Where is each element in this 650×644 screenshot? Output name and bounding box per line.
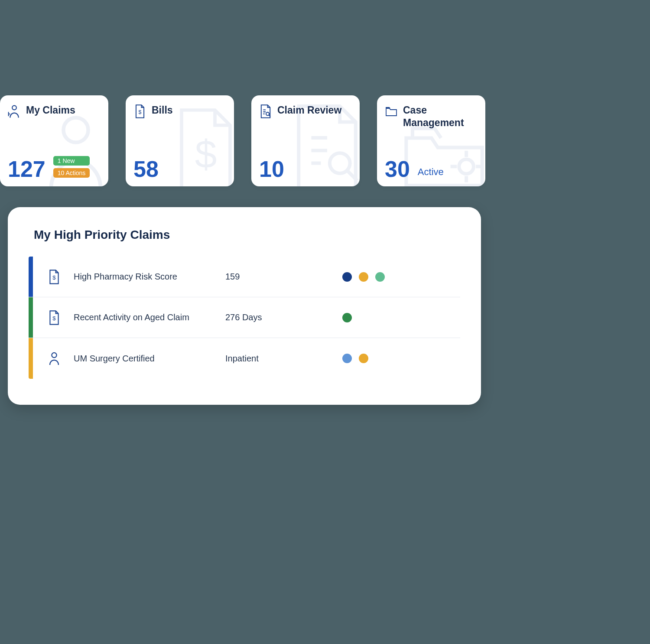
status-dot <box>342 354 352 363</box>
person-icon <box>8 104 21 119</box>
row-title: High Pharmacy Risk Score <box>74 272 225 282</box>
bill-icon: $ <box>48 269 61 285</box>
badge-actions: 10 Actions <box>53 168 90 178</box>
row-stripe <box>29 338 33 379</box>
priority-row[interactable]: UM Surgery Certified Inpatient <box>29 338 460 379</box>
status-dot <box>342 272 352 282</box>
status-dot <box>342 313 352 322</box>
svg-point-1 <box>63 117 88 142</box>
card-value: 58 <box>133 158 159 180</box>
status-dots <box>342 354 368 363</box>
row-value: 159 <box>225 272 321 282</box>
status-dots <box>342 313 352 322</box>
card-value: 30 <box>385 158 410 180</box>
row-value: 276 Days <box>225 312 321 322</box>
svg-text:$: $ <box>52 274 56 281</box>
bill-icon: $ <box>133 104 146 119</box>
card-case-management[interactable]: Case Management 30 Active <box>377 95 485 186</box>
status-dot <box>359 354 368 363</box>
card-value: 127 <box>8 158 46 180</box>
high-priority-panel: My High Priority Claims $ High Pharmacy … <box>8 207 481 405</box>
status-dot <box>359 272 368 282</box>
person-icon <box>48 351 61 366</box>
priority-row[interactable]: $ High Pharmacy Risk Score 159 <box>29 257 460 297</box>
row-stripe <box>29 297 33 338</box>
svg-point-4 <box>266 112 269 115</box>
svg-point-9 <box>52 353 56 358</box>
status-dots <box>342 272 385 282</box>
svg-text:$: $ <box>139 109 142 115</box>
summary-cards-row: My Claims 127 1 New 10 Actions $ Bills <box>0 0 485 186</box>
priority-row[interactable]: $ Recent Activity on Aged Claim 276 Days <box>29 297 460 338</box>
svg-point-0 <box>12 106 16 110</box>
card-value: 10 <box>259 158 284 180</box>
card-claim-review[interactable]: Claim Review 10 <box>251 95 360 186</box>
svg-text:$: $ <box>52 315 56 322</box>
priority-list: $ High Pharmacy Risk Score 159 $ Recent … <box>29 257 460 379</box>
card-suffix: Active <box>418 166 444 178</box>
row-value: Inpatient <box>225 354 321 364</box>
review-icon <box>259 104 272 119</box>
status-dot <box>375 272 385 282</box>
row-title: Recent Activity on Aged Claim <box>74 312 225 322</box>
card-my-claims[interactable]: My Claims 127 1 New 10 Actions <box>0 95 108 186</box>
panel-title: My High Priority Claims <box>34 228 460 242</box>
row-stripe <box>29 257 33 297</box>
row-title: UM Surgery Certified <box>74 354 225 364</box>
svg-text:$: $ <box>195 132 217 176</box>
badge-new: 1 New <box>53 156 90 166</box>
bill-bg-icon: $ <box>169 104 234 186</box>
svg-point-5 <box>330 153 350 173</box>
bill-icon: $ <box>48 310 61 325</box>
card-bills[interactable]: $ Bills $ 58 <box>126 95 234 186</box>
review-bg-icon <box>286 100 360 186</box>
svg-point-6 <box>459 159 474 174</box>
